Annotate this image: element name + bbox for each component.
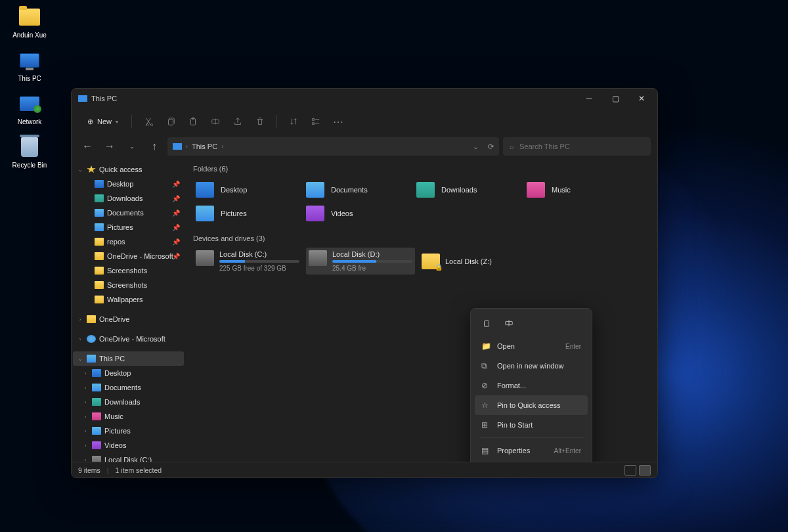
folders-group-header[interactable]: Folders (6) [193, 165, 649, 173]
drive-icon [309, 250, 327, 266]
view-button[interactable] [306, 112, 326, 131]
collapse-icon[interactable]: ⌄ [77, 167, 83, 173]
menu-label: Properties [497, 447, 530, 454]
context-menu-item[interactable]: ▤PropertiesAlt+Enter [475, 441, 588, 460]
expand-icon[interactable]: › [82, 385, 89, 391]
sidebar-item[interactable]: Pictures📌 [73, 220, 184, 234]
context-menu-item[interactable]: ⊞Pin to Start [475, 415, 588, 435]
context-menu-item[interactable]: ☆Pin to Quick access [475, 395, 588, 415]
navigation-bar: ← → ⌄ ↑ › This PC › ⌄ ⟳ ⌕ Search This PC [72, 135, 657, 158]
desktop-icon-recycle-bin[interactable]: Recycle Bin [7, 135, 53, 169]
folder-item[interactable]: Documents [303, 178, 414, 202]
rename-button[interactable] [501, 315, 517, 331]
status-selected: 1 item selected [116, 466, 162, 474]
expand-icon[interactable]: › [82, 443, 89, 449]
fold-y-icon [95, 296, 104, 303]
onedrive-icon [87, 315, 96, 323]
folder-label: Music [552, 186, 571, 194]
sort-button[interactable] [284, 112, 303, 131]
folder-item[interactable]: Videos [303, 202, 414, 225]
separator [479, 437, 584, 438]
drives-group-header[interactable]: Devices and drives (3) [193, 234, 649, 242]
expand-icon[interactable]: › [82, 399, 89, 405]
chevron-down-icon[interactable]: ⌄ [473, 143, 479, 151]
folder-item[interactable]: Music [524, 178, 634, 202]
drive-item[interactable]: Local Disk (Z:) [419, 248, 528, 275]
expand-icon[interactable]: › [77, 317, 83, 322]
capacity-bar [219, 260, 299, 263]
sidebar-item[interactable]: ›Pictures [73, 424, 184, 438]
expand-icon[interactable]: › [82, 370, 89, 376]
cut-button[interactable] [139, 112, 158, 131]
chevron-down-icon: ▾ [116, 119, 118, 125]
context-menu-item[interactable]: ⊘Format... [475, 376, 588, 395]
sidebar-onedrive-microsoft[interactable]: › OneDrive - Microsoft [73, 332, 184, 346]
sidebar-item[interactable]: Documents📌 [73, 206, 184, 220]
desktop-icon-this-pc[interactable]: This PC [7, 49, 53, 82]
sidebar-item[interactable]: repos📌 [73, 234, 184, 249]
folder-item[interactable]: Downloads [414, 178, 524, 202]
sidebar-item[interactable]: Desktop📌 [73, 177, 184, 191]
sidebar-item[interactable]: OneDrive - Microsoft📌 [73, 249, 184, 263]
refresh-button[interactable]: ⟳ [488, 143, 494, 151]
back-button[interactable]: ← [78, 137, 97, 156]
drive-item[interactable]: Local Disk (C:)225 GB free of 329 GB [193, 248, 302, 275]
new-button[interactable]: ⊕ New ▾ [81, 115, 125, 129]
svg-rect-4 [313, 119, 315, 121]
up-button[interactable]: ↑ [145, 137, 164, 156]
recent-button[interactable]: ⌄ [123, 137, 141, 156]
expand-icon[interactable]: › [82, 457, 89, 462]
sidebar-label: Videos [104, 441, 126, 449]
forward-button[interactable]: → [100, 137, 119, 156]
sidebar-item[interactable]: ›Downloads [73, 395, 184, 409]
folder-item[interactable]: Pictures [193, 202, 303, 225]
rename-button[interactable] [206, 112, 225, 131]
more-button[interactable]: ⋯ [328, 112, 348, 131]
paste-button[interactable] [183, 112, 203, 131]
share-button[interactable] [228, 112, 248, 131]
sidebar-item[interactable]: ›Desktop [73, 366, 184, 380]
close-button[interactable]: ✕ [628, 89, 655, 108]
copy-button[interactable] [161, 112, 181, 131]
sidebar-item[interactable]: Downloads📌 [73, 191, 184, 206]
drives-list: Local Disk (C:)225 GB free of 329 GBLoca… [193, 248, 649, 275]
folder-item[interactable]: Desktop [193, 178, 303, 202]
sidebar-item[interactable]: Screenshots [73, 263, 184, 278]
explorer-body: ⌄ Quick access Desktop📌Downloads📌Documen… [72, 158, 657, 462]
maximize-button[interactable]: ▢ [602, 89, 628, 108]
icon-label: Recycle Bin [12, 162, 47, 169]
sidebar-item[interactable]: ›Music [73, 409, 184, 424]
address-bar[interactable]: › This PC › ⌄ ⟳ [167, 137, 499, 156]
minimize-button[interactable]: ─ [576, 89, 602, 108]
sidebar-item[interactable]: Wallpapers [73, 292, 184, 307]
copy-button[interactable] [479, 315, 494, 331]
statusbar: 9 items | 1 item selected [72, 462, 657, 477]
expand-icon[interactable]: › [82, 428, 89, 434]
sidebar-onedrive[interactable]: › OneDrive [73, 312, 184, 326]
context-menu-item[interactable]: ⧉Open in new window [475, 356, 588, 376]
vid-icon [92, 441, 101, 449]
drive-item[interactable]: Local Disk (D:)25.4 GB fre [306, 248, 415, 275]
sidebar-item[interactable]: ›Videos [73, 438, 184, 453]
sidebar-quick-access[interactable]: ⌄ Quick access [73, 162, 184, 177]
sidebar-item[interactable]: ›Local Disk (C:) [73, 453, 184, 462]
desktop-icon-network[interactable]: Network [7, 92, 53, 125]
search-box[interactable]: ⌕ Search This PC [503, 137, 651, 156]
titlebar[interactable]: This PC ─ ▢ ✕ [72, 89, 657, 108]
expand-icon[interactable]: › [77, 336, 83, 342]
tiles-view-button[interactable] [639, 465, 651, 476]
sidebar-label: repos [107, 238, 125, 246]
breadcrumb[interactable]: This PC [192, 143, 217, 150]
context-menu-item[interactable]: 📁OpenEnter [475, 336, 588, 356]
sidebar-item[interactable]: Screenshots [73, 278, 184, 292]
delete-button[interactable] [250, 112, 270, 131]
separator: | [107, 466, 109, 474]
menu-label: Open in new window [497, 362, 564, 370]
sidebar-item[interactable]: ›Documents [73, 380, 184, 395]
expand-icon[interactable]: › [82, 414, 89, 420]
pic-icon [95, 223, 104, 231]
details-view-button[interactable] [624, 465, 636, 476]
desktop-icon-user-folder[interactable]: Anduin Xue [7, 5, 53, 39]
collapse-icon[interactable]: ⌄ [77, 356, 83, 362]
sidebar-this-pc[interactable]: ⌄ This PC [73, 351, 184, 366]
